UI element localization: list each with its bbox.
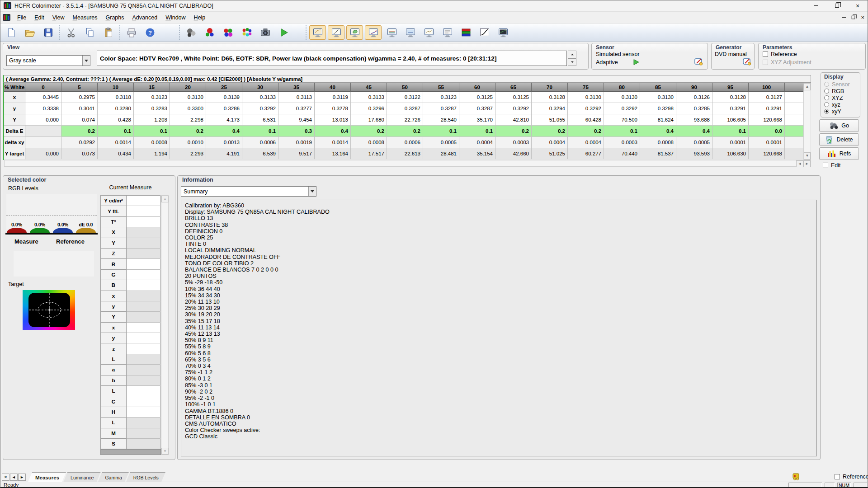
param-reference-checkbox[interactable]: Reference — [763, 51, 797, 57]
table-cell[interactable]: 35.154 — [459, 148, 495, 160]
tab-measures[interactable]: Measures — [28, 472, 66, 482]
table-cell[interactable]: 106.605 — [712, 114, 749, 126]
table-cell[interactable]: 0.3277 — [278, 103, 315, 114]
table-cell[interactable]: 0.3130 — [604, 92, 640, 103]
table-cell[interactable]: 0.0014 — [315, 137, 351, 148]
table-cell[interactable]: 0.000 — [25, 148, 61, 160]
view-history-button[interactable] — [439, 25, 456, 40]
table-cell[interactable]: 0.4 — [640, 126, 676, 137]
table-cell[interactable]: 0.3125 — [495, 92, 532, 103]
table-cell[interactable]: 9.517 — [278, 148, 315, 160]
current-measure-scrollbar[interactable]: ▲ ▼ — [161, 195, 169, 455]
table-cell[interactable]: 0.3123 — [423, 92, 459, 103]
table-cell[interactable]: 0.000 — [25, 114, 61, 126]
view-satluma-button[interactable] — [420, 25, 437, 40]
table-cell[interactable]: 1.203 — [134, 114, 170, 126]
table-cell[interactable]: 60.277 — [568, 148, 604, 160]
checkbox-box-icon[interactable] — [763, 52, 768, 57]
table-cell[interactable]: 0.3294 — [532, 103, 568, 114]
table-cell[interactable]: 0.3128 — [712, 92, 749, 103]
table-cell[interactable]: 0.3292 — [495, 103, 532, 114]
sensor-config-icon[interactable] — [694, 58, 703, 66]
generator-config-icon[interactable] — [743, 58, 751, 66]
restore-button[interactable] — [826, 0, 847, 12]
display-radio-rgb[interactable]: RGB — [824, 88, 860, 94]
table-cell[interactable]: 51.055 — [532, 114, 568, 126]
table-cell[interactable]: 17.680 — [351, 114, 387, 126]
table-cell[interactable]: 17.517 — [351, 148, 387, 160]
spinner-up-icon[interactable] — [568, 51, 576, 58]
table-cell[interactable]: 0.3123 — [134, 92, 170, 103]
edit-checkbox-box[interactable] — [823, 163, 828, 168]
tab-gamma[interactable]: Gamma — [98, 472, 129, 482]
table-cell[interactable]: 93.593 — [676, 148, 712, 160]
table-cell[interactable]: 0.0019 — [278, 137, 315, 148]
table-cell[interactable]: 0.0008 — [351, 137, 387, 148]
view-gamma-curve-button[interactable] — [476, 25, 493, 40]
table-cell[interactable]: 0.0014 — [98, 137, 134, 148]
table-cell[interactable]: 0.434 — [98, 148, 134, 160]
prev-tab-button[interactable]: ◄ — [10, 474, 18, 481]
table-cell[interactable]: 0.3133 — [351, 92, 387, 103]
menu-measures[interactable]: Measures — [69, 13, 102, 23]
table-cell[interactable]: 0.3292 — [568, 103, 604, 114]
go-button[interactable]: Go — [819, 119, 859, 132]
table-cell[interactable]: 0.1 — [242, 126, 278, 137]
table-cell[interactable]: 0.3285 — [676, 103, 712, 114]
chevron-down-icon[interactable] — [82, 56, 90, 66]
table-cell[interactable]: 81.537 — [640, 148, 676, 160]
help-button[interactable]: ? — [142, 25, 158, 40]
view-select[interactable]: Gray scale — [6, 55, 90, 66]
table-cell[interactable]: 0.3139 — [206, 92, 242, 103]
table-cell[interactable]: 0.3130 — [640, 92, 676, 103]
display-radio-xyz[interactable]: XYZ — [824, 94, 860, 101]
table-cell[interactable]: 51.025 — [532, 148, 568, 160]
display-radio-xyz[interactable]: xyz — [824, 101, 860, 108]
save-button[interactable] — [40, 25, 57, 40]
information-view-select[interactable]: Summary — [181, 186, 316, 197]
table-cell[interactable]: 1.194 — [134, 148, 170, 160]
menu-advanced[interactable]: Advanced — [128, 13, 162, 23]
measure-free-button[interactable] — [201, 25, 218, 40]
table-cell[interactable]: 0.0 — [749, 126, 785, 137]
table-cell[interactable]: 0.2 — [170, 126, 206, 137]
table-cell[interactable]: 0.1 — [712, 126, 749, 137]
run-measure-button[interactable] — [275, 25, 292, 40]
table-cell[interactable] — [25, 137, 61, 148]
view-measures-button[interactable] — [309, 25, 326, 40]
table-cell[interactable]: 0.3041 — [61, 103, 98, 114]
table-cell[interactable]: 106.630 — [712, 148, 749, 160]
table-cell[interactable]: 0.3287 — [423, 103, 459, 114]
measure-primaries-button[interactable] — [220, 25, 236, 40]
next-tab-button[interactable]: ► — [18, 474, 26, 481]
table-cell[interactable]: 0.3287 — [459, 103, 495, 114]
table-cell[interactable]: 0.0004 — [459, 137, 495, 148]
table-cell[interactable]: 0.1 — [459, 126, 495, 137]
menu-view[interactable]: View — [48, 13, 69, 23]
delete-button[interactable]: Delete — [819, 133, 859, 146]
copy-button[interactable] — [81, 25, 98, 40]
table-cell[interactable]: 0.3287 — [387, 103, 423, 114]
view-gamma-graph-button[interactable] — [328, 25, 344, 40]
table-cell[interactable] — [25, 126, 61, 137]
print-button[interactable] — [123, 25, 140, 40]
measure-colorchecker-button[interactable] — [238, 25, 255, 40]
open-file-button[interactable] — [21, 25, 38, 40]
table-cell[interactable]: 0.2 — [351, 126, 387, 137]
table-cell[interactable]: 4.173 — [206, 114, 242, 126]
table-cell[interactable]: 60.428 — [568, 114, 604, 126]
table-cell[interactable]: 0.3292 — [242, 103, 278, 114]
view-rgb-graph-button[interactable] — [383, 25, 400, 40]
table-cell[interactable]: 42.810 — [495, 114, 532, 126]
view-colortemp-button[interactable] — [402, 25, 419, 40]
table-cell[interactable]: 0.0006 — [242, 137, 278, 148]
table-cell[interactable]: 0.074 — [61, 114, 98, 126]
table-cell[interactable]: 0.0003 — [604, 137, 640, 148]
table-cell[interactable]: 0.4 — [206, 126, 242, 137]
table-cell[interactable]: 0.2 — [387, 126, 423, 137]
scroll-right-icon[interactable]: ► — [803, 160, 811, 167]
table-cell[interactable]: 0.0003 — [495, 137, 532, 148]
table-cell[interactable]: 0.0001 — [712, 137, 749, 148]
menu-help[interactable]: Help — [190, 13, 210, 23]
table-cell[interactable]: 120.668 — [749, 148, 785, 160]
